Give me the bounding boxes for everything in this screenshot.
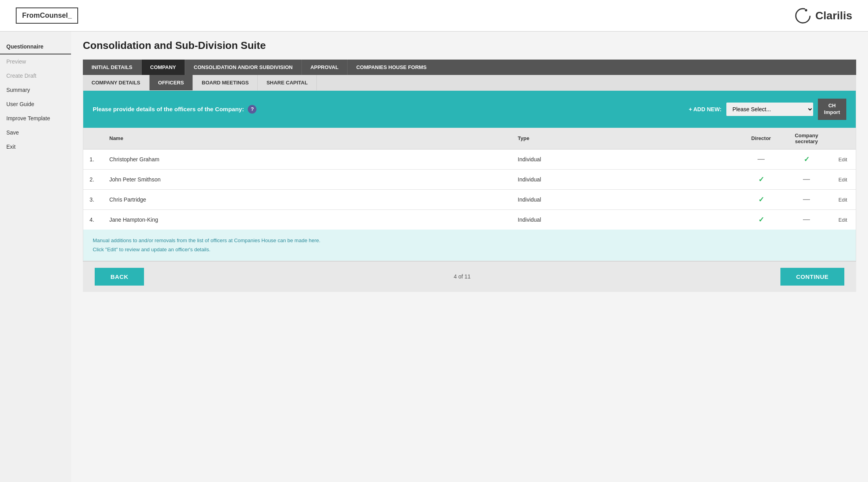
row-secretary: ✓: [781, 149, 832, 169]
clarilis-icon: [794, 7, 812, 24]
col-secretary: Companysecretary: [781, 128, 832, 149]
sidebar-item-preview[interactable]: Preview: [0, 54, 71, 69]
info-box: Manual additions to and/or removals from…: [83, 230, 856, 261]
row-director: ✓: [741, 189, 781, 209]
progress-indicator: 4 of 11: [454, 273, 471, 280]
row-secretary: —: [781, 189, 832, 209]
row-edit[interactable]: Edit: [832, 169, 856, 189]
officers-table: Name Type Director Companysecretary 1. C…: [83, 128, 856, 230]
tab-board-meetings[interactable]: BOARD MEETINGS: [193, 75, 258, 90]
row-type: Individual: [511, 169, 741, 189]
tab-company[interactable]: COMPANY: [142, 60, 185, 75]
back-button[interactable]: BACK: [95, 268, 144, 286]
row-director: —: [741, 149, 781, 169]
panel-question: Please provide details of the officers o…: [93, 106, 244, 112]
sidebar-item-improve-template[interactable]: Improve Template: [0, 111, 71, 125]
check-icon: ✓: [758, 176, 764, 183]
row-secretary: —: [781, 169, 832, 189]
ch-import-button[interactable]: CHImport: [818, 99, 846, 120]
sub-tab-row: COMPANY DETAILS OFFICERS BOARD MEETINGS …: [83, 75, 856, 90]
row-name: Chris Partridge: [103, 189, 511, 209]
dash-icon: —: [758, 155, 765, 163]
row-type: Individual: [511, 189, 741, 209]
dash-icon: —: [803, 175, 810, 183]
tab-officers[interactable]: OFFICERS: [150, 75, 193, 90]
dash-icon: —: [803, 215, 810, 223]
row-num: 3.: [83, 189, 103, 209]
logo-counsel: Counsel_: [40, 11, 72, 19]
row-type: Individual: [511, 209, 741, 230]
clarilis-brand: Clarilis: [816, 9, 852, 22]
panel-header-left: Please provide details of the officers o…: [93, 105, 256, 114]
sidebar-item-questionnaire[interactable]: Questionnaire: [0, 39, 71, 54]
table-row: 2. John Peter Smithson Individual ✓ — Ed…: [83, 169, 856, 189]
tab-companies-house[interactable]: COMPANIES HOUSE FORMS: [348, 60, 435, 75]
clarilis-logo: Clarilis: [794, 7, 852, 24]
table-row: 1. Christopher Graham Individual — ✓ Edi…: [83, 149, 856, 169]
officer-type-select[interactable]: Please Select... Director Company Secret…: [726, 103, 813, 116]
row-director: ✓: [741, 209, 781, 230]
info-line-1: Manual additions to and/or removals from…: [93, 236, 846, 245]
officers-panel: Please provide details of the officers o…: [83, 90, 856, 261]
header: FromCounsel_ Clarilis: [0, 0, 868, 32]
row-num: 1.: [83, 149, 103, 169]
sidebar: Questionnaire Preview Create Draft Summa…: [0, 32, 71, 482]
content-area: Consolidation and Sub-Division Suite INI…: [71, 32, 868, 482]
sidebar-item-create-draft[interactable]: Create Draft: [0, 69, 71, 83]
svg-point-1: [805, 9, 807, 11]
tab-company-details[interactable]: COMPANY DETAILS: [83, 75, 150, 90]
row-num: 4.: [83, 209, 103, 230]
tab-initial-details[interactable]: INITIAL DETAILS: [83, 60, 142, 75]
table-header-row: Name Type Director Companysecretary: [83, 128, 856, 149]
check-icon: ✓: [758, 196, 764, 204]
col-actions: [832, 128, 856, 149]
page-title: Consolidation and Sub-Division Suite: [83, 39, 856, 52]
sidebar-item-summary[interactable]: Summary: [0, 83, 71, 97]
main-layout: Questionnaire Preview Create Draft Summa…: [0, 32, 868, 482]
row-name: Jane Hampton-King: [103, 209, 511, 230]
logo-from: From: [22, 11, 40, 19]
fromcounsel-logo: FromCounsel_: [16, 7, 78, 24]
row-type: Individual: [511, 149, 741, 169]
footer-bar: BACK 4 of 11 CONTINUE: [83, 261, 856, 292]
top-tab-row: INITIAL DETAILS COMPANY CONSOLIDATION AN…: [83, 60, 856, 75]
row-name: Christopher Graham: [103, 149, 511, 169]
row-edit[interactable]: Edit: [832, 189, 856, 209]
tab-share-capital[interactable]: SHARE CAPITAL: [258, 75, 316, 90]
panel-header-right: + ADD NEW: Please Select... Director Com…: [689, 99, 846, 120]
add-new-label: + ADD NEW:: [689, 106, 722, 112]
check-icon: ✓: [804, 155, 810, 163]
sidebar-item-exit[interactable]: Exit: [0, 140, 71, 154]
col-num: [83, 128, 103, 149]
row-director: ✓: [741, 169, 781, 189]
col-director: Director: [741, 128, 781, 149]
row-name: John Peter Smithson: [103, 169, 511, 189]
help-icon[interactable]: ?: [248, 105, 256, 114]
check-icon: ✓: [758, 216, 764, 224]
dash-icon: —: [803, 195, 810, 203]
continue-button[interactable]: CONTINUE: [780, 268, 844, 286]
row-secretary: —: [781, 209, 832, 230]
col-name: Name: [103, 128, 511, 149]
table-row: 4. Jane Hampton-King Individual ✓ — Edit: [83, 209, 856, 230]
svg-point-0: [796, 9, 810, 23]
table-row: 3. Chris Partridge Individual ✓ — Edit: [83, 189, 856, 209]
row-num: 2.: [83, 169, 103, 189]
row-edit[interactable]: Edit: [832, 149, 856, 169]
sidebar-item-save[interactable]: Save: [0, 125, 71, 140]
panel-header: Please provide details of the officers o…: [83, 91, 856, 128]
col-type: Type: [511, 128, 741, 149]
tab-approval[interactable]: APPROVAL: [302, 60, 348, 75]
sidebar-item-user-guide[interactable]: User Guide: [0, 97, 71, 111]
row-edit[interactable]: Edit: [832, 209, 856, 230]
tab-consolidation[interactable]: CONSOLIDATION AND/OR SUBDIVISION: [185, 60, 302, 75]
info-line-2: Click "Edit" to review and update an off…: [93, 245, 846, 254]
